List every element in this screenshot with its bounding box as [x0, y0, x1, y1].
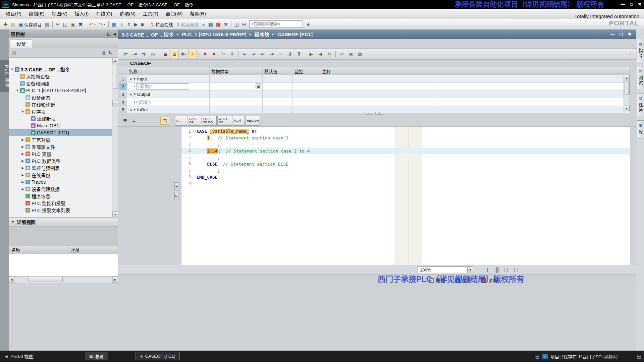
scroll-up-icon[interactable]: ▲: [624, 75, 630, 80]
delete-button[interactable]: ✖: [77, 20, 84, 28]
collapse-panel-icon[interactable]: ◀: [113, 32, 116, 36]
column-header[interactable]: 名称: [127, 67, 210, 75]
go-offline-button[interactable]: ↯转至离线: [174, 20, 200, 28]
splitter-grip-icon[interactable]: ≡: [112, 101, 118, 106]
download-to-device-button[interactable]: ⇓: [118, 20, 125, 28]
tree-item-device-proxy-data[interactable]: ▶▩设备代理数据: [9, 185, 118, 192]
split-window-icon[interactable]: ◫: [160, 117, 169, 125]
tree-item-device-configuration[interactable]: ▣设备组态: [9, 94, 118, 101]
tree-item-watch-force-tables[interactable]: ▶▦监控与强制表: [9, 164, 118, 171]
project-tree-hscrollbar[interactable]: ◀ ▶: [9, 276, 118, 283]
expander-icon[interactable]: ▼: [10, 68, 14, 71]
code-line[interactable]: 5 ;: [181, 154, 630, 161]
split-editor-vertical-button[interactable]: ⊟: [241, 20, 248, 28]
tree-item-online-backups[interactable]: ▶▧在线备份: [9, 171, 118, 178]
snippet-if[interactable]: IF...: [175, 116, 187, 126]
comment-cell[interactable]: [320, 83, 434, 90]
defaultvalue-cell[interactable]: [263, 98, 293, 106]
open-project-button[interactable]: ▨: [9, 20, 17, 28]
datatype-cell[interactable]: [210, 90, 263, 98]
minimize-editor-icon[interactable]: —: [611, 32, 615, 37]
favorites-icon[interactable]: ★: [188, 50, 197, 58]
scroll-down-icon[interactable]: ▼: [112, 212, 118, 217]
tree-item-add-new-device[interactable]: ✚添加新设备: [9, 73, 118, 80]
collapse-details-icon[interactable]: ▼: [11, 220, 14, 224]
scroll-left-icon[interactable]: ◀: [9, 277, 14, 283]
code-line[interactable]: 4 2..4: // Statement section case 2 to 4: [181, 148, 630, 155]
expander-icon[interactable]: ▶: [21, 173, 25, 177]
outline-view-icon[interactable]: ≣: [121, 117, 129, 125]
fold-marker-icon[interactable]: ⊟: [192, 129, 197, 133]
column-header[interactable]: 监控: [293, 67, 320, 75]
close-icon[interactable]: ✖: [638, 2, 641, 7]
name-cell[interactable]: ◄▼Output: [127, 90, 210, 98]
scroll-down-icon[interactable]: ▼: [624, 106, 630, 111]
zoom-slider[interactable]: [481, 268, 518, 272]
interface-row[interactable]: 1◄▼Input: [119, 75, 630, 83]
snapshot-icon[interactable]: ◉: [346, 50, 355, 58]
zoom-dropdown-icon[interactable]: ▼: [467, 267, 473, 273]
breadcrumb-item[interactable]: 3-3 CASE ... OF ...指令: [121, 31, 174, 38]
tree-item-plc-alarms[interactable]: ▲PLC 监控和报警: [9, 199, 118, 206]
search-in-project-button[interactable]: ★: [305, 20, 312, 28]
snippet-for-to-do[interactable]: FOR...TO DO...: [202, 116, 217, 126]
column-header[interactable]: 数据类型: [210, 67, 263, 75]
name-cell[interactable]: ▪<新增>: [127, 98, 210, 106]
new-project-button[interactable]: ✚: [2, 20, 9, 28]
code-line[interactable]: 2 1: // Statement section case 1: [181, 135, 630, 141]
zoom-slider-thumb[interactable]: [496, 267, 498, 273]
print-button[interactable]: ▤: [43, 20, 51, 28]
taskbar-tab-caseof-fc1[interactable]: ◆CASEOF (FC1): [136, 352, 180, 360]
snippet-case-of[interactable]: CASE...OF...: [188, 116, 201, 126]
breadcrumb-item[interactable]: PLC_1 [CPU 1516-3 PN/DP]: [181, 32, 246, 37]
datatype-cell[interactable]: ▦: [210, 83, 263, 90]
collapse-row-icon[interactable]: ▼: [133, 93, 136, 96]
previous-error-icon[interactable]: ✖: [201, 50, 209, 58]
snippet-region[interactable]: REGION: [246, 116, 260, 126]
splitter-right-icon[interactable]: ▶: [174, 192, 178, 200]
tab-libraries[interactable]: ▣库: [637, 120, 644, 138]
expander-icon[interactable]: ▶: [21, 159, 25, 163]
taskbar-tab-overview[interactable]: ▦总览: [85, 352, 108, 360]
menu-item[interactable]: 工具(T): [139, 9, 162, 19]
undo-button[interactable]: ↶▾: [88, 20, 97, 28]
redo-button[interactable]: ↷▾: [97, 20, 107, 28]
code-line[interactable]: 3 ;: [181, 141, 630, 148]
next-error-icon[interactable]: ✖: [210, 50, 218, 58]
collapse-toolbar-icon[interactable]: ⊟: [629, 52, 633, 56]
move-right-icon[interactable]: ⇥: [267, 50, 276, 58]
comment-cell[interactable]: [320, 75, 434, 82]
collapse-row-icon[interactable]: ▼: [133, 77, 136, 80]
details-column-header[interactable]: 名称: [9, 246, 68, 254]
menu-item[interactable]: 窗口(W): [162, 9, 186, 19]
project-search-input[interactable]: [249, 20, 303, 28]
tree-item-ob-block[interactable]: ◆Main [OB1]: [9, 122, 118, 129]
absolute-operands-icon[interactable]: ⊞: [170, 50, 179, 58]
pin-panel-icon[interactable]: ◫: [107, 32, 110, 36]
indent-icon[interactable]: ⇥: [130, 50, 139, 58]
comment-cell[interactable]: [320, 98, 434, 106]
tree-item-project[interactable]: ▼▤3-3 CASE ... OF ...指令: [9, 66, 118, 73]
expander-icon[interactable]: ▼: [21, 110, 25, 113]
prev-bookmark-icon[interactable]: ◀: [316, 50, 325, 58]
goto-icon[interactable]: ⇉▾: [140, 50, 148, 58]
tab-testing[interactable]: ▤测试: [637, 66, 644, 89]
zoom-select[interactable]: 100% ▼: [418, 266, 473, 273]
tree-item-alarm-text-lists[interactable]: ≡PLC 报警文本列表: [9, 206, 118, 214]
close-editor-icon[interactable]: ✖: [628, 32, 631, 37]
defaultvalue-cell[interactable]: [263, 90, 293, 98]
browse-datatype-button[interactable]: ▦: [256, 83, 261, 89]
new-item-icon[interactable]: ▧: [12, 50, 16, 55]
code-line[interactable]: 9: [181, 180, 630, 187]
expander-icon[interactable]: ▼: [15, 89, 19, 92]
scroll-up-icon[interactable]: ▲: [112, 58, 118, 63]
menu-item[interactable]: 选项(N): [116, 9, 139, 19]
snippet-while-do[interactable]: WHILE...DO...: [217, 116, 232, 126]
network-icon[interactable]: ◎: [149, 50, 157, 58]
expander-icon[interactable]: ▶: [21, 166, 25, 170]
expander-icon[interactable]: ▶: [21, 180, 25, 184]
monitor-icon[interactable]: ∞: [337, 50, 346, 58]
menu-item[interactable]: 视图(V): [48, 9, 71, 19]
code-line[interactable]: 7 ;: [181, 167, 630, 174]
interface-scrollbar[interactable]: ▲ ▼: [624, 75, 630, 111]
